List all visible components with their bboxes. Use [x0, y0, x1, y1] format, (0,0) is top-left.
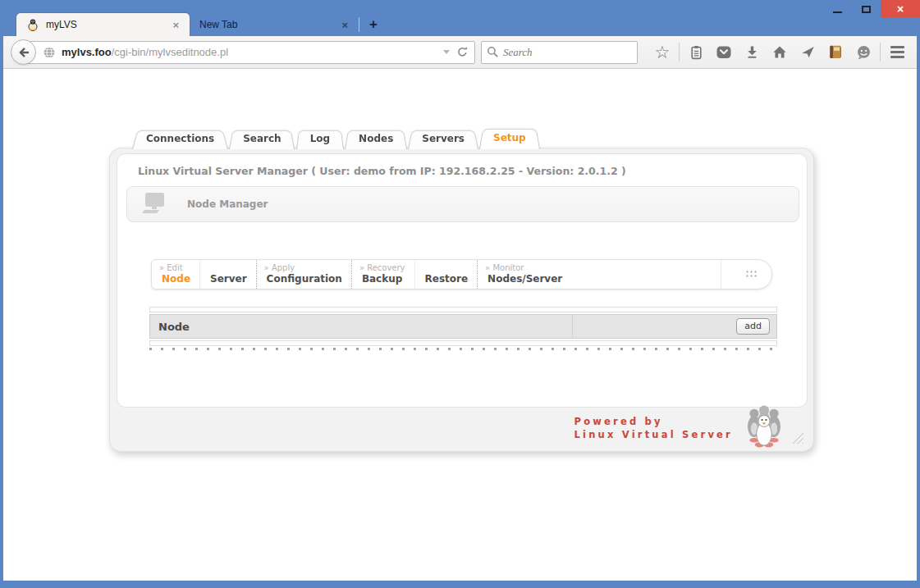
subtab-cell: » Recovery Backup	[351, 260, 414, 289]
resize-grip-icon[interactable]	[791, 431, 803, 444]
table-top-strip	[149, 307, 777, 312]
app-header-text: Linux Virtual Server Manager ( User: dem…	[138, 165, 626, 177]
app-tabbar: Connections Search Log Nodes Servers Set…	[132, 126, 541, 149]
browser-tab-mylvs[interactable]: myLVS ×	[16, 13, 190, 36]
bookmark-star-icon[interactable]: ☆	[648, 40, 676, 65]
clipboard-icon[interactable]	[682, 40, 710, 65]
main-panel: Linux Virtual Server Manager ( User: dem…	[109, 148, 814, 452]
subtab-configuration[interactable]: Configuration	[264, 273, 342, 285]
tab-close-icon[interactable]: ×	[170, 19, 181, 31]
url-bar[interactable]: mylvs.foo/cgi-bin/mylvseditnode.pl	[22, 41, 475, 64]
powered-by-text: Powered by Linux Virtual Server	[574, 415, 734, 441]
panel-footer: Powered by Linux Virtual Server	[110, 407, 813, 451]
titlebar: × myLVS × New Tab × +	[3, 0, 917, 36]
subtab-handle-area	[721, 260, 771, 289]
subtab-group-label: » Monitor	[485, 263, 562, 273]
drag-handle-dots-icon[interactable]	[745, 270, 758, 279]
nav-toolbar: mylvs.foo/cgi-bin/mylvseditnode.pl ☆	[3, 36, 917, 69]
toolbar-separator	[880, 43, 881, 62]
page-content: Connections Search Log Nodes Servers Set…	[3, 69, 917, 581]
download-icon[interactable]	[738, 40, 766, 65]
search-input[interactable]	[503, 46, 610, 59]
subtab-cell: Server	[199, 260, 256, 289]
hamburger-icon	[890, 46, 904, 58]
tab-nodes[interactable]: Nodes	[345, 128, 407, 149]
subtab-server[interactable]: Server	[208, 273, 247, 285]
subtab-group-label: » Apply	[264, 263, 342, 273]
table-dashed-edge	[149, 348, 777, 350]
back-button[interactable]	[11, 39, 36, 65]
url-path: /cgi-bin/mylvseditnode.pl	[112, 46, 228, 58]
penguins-logo-icon	[741, 405, 787, 448]
tab-setup[interactable]: Setup	[479, 126, 540, 149]
browser-window: × myLVS × New Tab × +	[0, 0, 920, 588]
subtab-nodes-server[interactable]: Nodes/Server	[485, 273, 562, 285]
subtab-cell: » Apply Configuration	[256, 260, 351, 289]
content-card: Linux Virtual Server Manager ( User: dem…	[117, 153, 808, 408]
globe-icon	[43, 46, 56, 59]
computer-icon	[139, 191, 168, 217]
subtab-restore[interactable]: Restore	[423, 273, 469, 285]
tab-servers[interactable]: Servers	[408, 128, 478, 149]
subtab-cell: » Monitor Nodes/Server	[477, 260, 571, 289]
search-icon	[487, 46, 499, 58]
maximize-button[interactable]	[851, 0, 881, 18]
minimize-button[interactable]	[823, 0, 851, 18]
book-icon[interactable]	[822, 40, 849, 65]
tab-search[interactable]: Search	[229, 128, 295, 149]
menu-button[interactable]	[883, 40, 911, 65]
tab-title: New Tab	[199, 19, 339, 30]
subtab-node[interactable]: Node	[159, 273, 190, 285]
subtab-cell: Restore	[414, 260, 478, 289]
back-arrow-icon	[17, 46, 30, 59]
column-divider	[572, 315, 573, 338]
url-host: mylvs.foo	[62, 46, 112, 58]
tux-favicon-icon	[26, 18, 39, 31]
table-header-row: Node add	[149, 314, 777, 339]
section-title: Node Manager	[187, 198, 268, 210]
toolbar-separator	[679, 43, 680, 62]
pocket-icon[interactable]	[710, 40, 738, 65]
home-icon[interactable]	[766, 40, 794, 65]
subtab-group-label: » Edit	[159, 263, 190, 273]
table-bottom-strip	[149, 340, 777, 346]
reload-icon[interactable]	[456, 46, 469, 58]
subtab-group-label: » Recovery	[359, 263, 405, 273]
share-icon[interactable]	[794, 40, 822, 65]
node-table: Node add	[149, 307, 777, 350]
tab-close-icon[interactable]: ×	[339, 19, 350, 31]
column-header-node: Node	[158, 321, 190, 333]
subtab-backup[interactable]: Backup	[359, 273, 405, 285]
subtab-cell: » Edit Node	[152, 260, 199, 289]
tab-title: myLVS	[46, 19, 170, 30]
tab-connections[interactable]: Connections	[132, 128, 228, 149]
tab-log[interactable]: Log	[296, 128, 344, 149]
close-button[interactable]: ×	[881, 0, 920, 18]
node-manager-section: Node Manager	[126, 186, 799, 222]
url-dropdown-icon[interactable]	[443, 50, 450, 54]
browser-tab-newtab[interactable]: New Tab ×	[190, 13, 359, 36]
add-button[interactable]: add	[736, 318, 770, 335]
chat-icon[interactable]	[849, 40, 877, 65]
search-box[interactable]	[481, 41, 638, 64]
subtab-bar: » Edit Node Server » Apply Configuration…	[151, 259, 772, 289]
new-tab-button[interactable]: +	[359, 13, 387, 36]
